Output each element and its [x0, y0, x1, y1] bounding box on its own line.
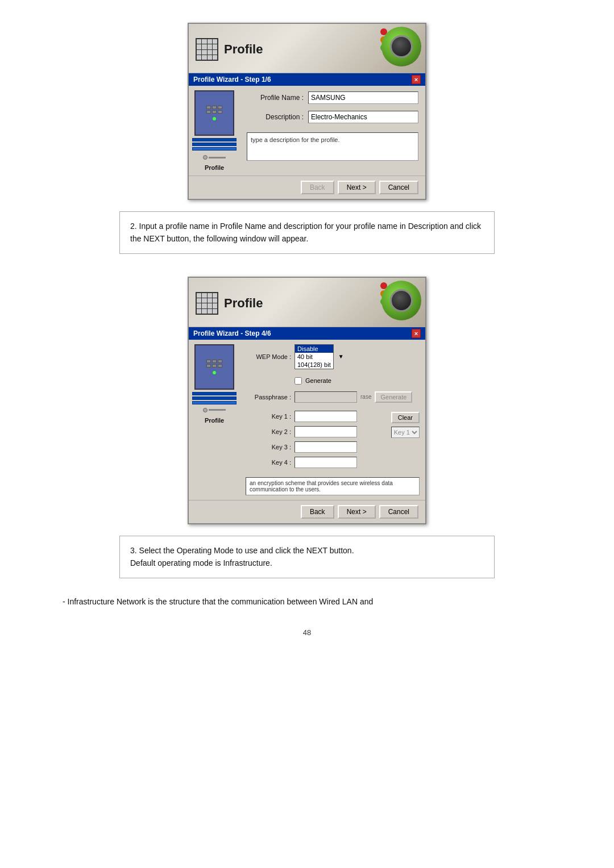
profile-title-1: Profile: [224, 42, 263, 57]
key3-label: Key 3 :: [246, 444, 291, 450]
passphrase-row: Passphrase : rase Generate: [246, 391, 420, 403]
sidebar-nav: [192, 138, 237, 151]
wizard-body-2: Profile WEP Mode : Disable 40 bit 104(12…: [189, 340, 425, 500]
hardware-icon: [194, 90, 234, 136]
key3-input[interactable]: [294, 441, 357, 453]
key1-row: Key 1 :: [246, 411, 389, 422]
hw-port: [218, 106, 222, 109]
dark-circle-decoration: [390, 35, 413, 58]
hw-port: [212, 360, 217, 363]
key1-input[interactable]: [294, 411, 357, 422]
key4-input[interactable]: [294, 457, 357, 468]
wizard-form-1: Profile Name : Description : type a desc…: [240, 86, 425, 176]
sidebar-label-1: Profile: [205, 164, 224, 171]
sidebar-nav-item-2: [192, 143, 237, 146]
hw-port: [218, 110, 222, 114]
profile-app-icon-2: [196, 292, 218, 315]
profile-window-2: Profile Profile Wizard - Step 4/6 ×: [188, 277, 426, 524]
connection-line: [209, 157, 226, 158]
wizard-sidebar-1: Profile: [189, 86, 240, 176]
wizard-footer-2: Back Next > Cancel: [189, 500, 425, 523]
wep-mode-dropdown-container: Disable 40 bit 104(128) bit: [294, 344, 334, 369]
key2-label: Key 2 :: [246, 428, 291, 435]
info-box-2: 3. Select the Operating Mode to use and …: [119, 536, 495, 578]
wep-hint-box: an encryption scheme that provides secur…: [246, 477, 420, 495]
header-left-2: Profile: [196, 292, 263, 315]
hw-light-2: [213, 371, 216, 374]
description-row: Description :: [247, 111, 418, 123]
sidebar-nav-item-1: [192, 138, 237, 141]
wep-option-104bit[interactable]: 104(128) bit: [295, 361, 333, 369]
wizard-footer-1: Back Next > Cancel: [189, 176, 425, 199]
connection-dot: [203, 155, 208, 160]
back-button-1[interactable]: Back: [301, 181, 334, 194]
hw-port: [212, 106, 217, 109]
hw-port: [212, 110, 217, 114]
generate-button[interactable]: Generate: [375, 391, 412, 403]
cancel-button-2[interactable]: Cancel: [379, 505, 418, 519]
wizard-close-button-1[interactable]: ×: [412, 75, 421, 84]
passphrase-input[interactable]: [294, 391, 357, 403]
back-button-2[interactable]: Back: [301, 505, 334, 519]
sidebar-nav-item-3: [192, 147, 237, 151]
description-input[interactable]: [308, 111, 418, 123]
info-box-1: 2. Input a profile name in Profile Name …: [119, 211, 495, 254]
green-circle-decoration: [381, 27, 421, 66]
wizard-titlebar-1: Profile Wizard - Step 1/6 ×: [189, 73, 425, 86]
wizard-form-2: WEP Mode : Disable 40 bit 104(128) bit ▼: [240, 340, 425, 500]
header-left: Profile: [196, 38, 263, 61]
hw-port: [212, 364, 217, 368]
profile-window-1: Profile Profile Wizard - Step 1/6 ×: [188, 23, 426, 200]
sidebar-nav-item-2-3: [192, 401, 237, 404]
sidebar-nav-item-2-2: [192, 397, 237, 400]
wep-mode-dropdown[interactable]: Disable 40 bit 104(128) bit: [294, 344, 334, 369]
bottom-paragraph: - Infrastructure Network is the structur…: [63, 595, 551, 608]
header-decoration: [373, 30, 418, 69]
profile-name-row: Profile Name :: [247, 91, 418, 104]
description-label: Description :: [247, 113, 304, 121]
generate-checkbox[interactable]: [294, 377, 302, 385]
sidebar-nav-2: [192, 392, 237, 404]
generate-row: Generate: [246, 377, 420, 385]
info-text-1: 2. Input a profile name in Profile Name …: [130, 222, 481, 243]
hw-port: [218, 360, 222, 363]
hw-port: [206, 360, 211, 363]
wizard-close-button-2[interactable]: ×: [412, 329, 421, 338]
connection-line-2: [209, 409, 226, 411]
wep-mode-label: WEP Mode :: [246, 353, 291, 360]
key4-label: Key 4 :: [246, 459, 291, 466]
dark-circle-decoration-2: [390, 289, 413, 312]
passphrase-label: Passphrase :: [246, 394, 291, 400]
connection-dot-2: [203, 408, 208, 412]
generate-checkbox-label: Generate: [305, 377, 331, 384]
cancel-button-1[interactable]: Cancel: [379, 181, 418, 194]
dropdown-arrow-icon: ▼: [338, 353, 344, 360]
wizard-titlebar-2: Profile Wizard - Step 4/6 ×: [189, 327, 425, 340]
next-button-2[interactable]: Next >: [338, 505, 376, 519]
info-text-2b: Default operating mode is Infrastructure…: [130, 557, 484, 569]
wep-option-disable[interactable]: Disable: [295, 345, 333, 353]
wizard-title-1: Profile Wizard - Step 1/6: [193, 76, 271, 84]
passphrase-hint: rase: [360, 394, 371, 400]
profile-name-label: Profile Name :: [247, 94, 304, 102]
key-select[interactable]: Key 1: [391, 427, 420, 438]
key2-input[interactable]: [294, 426, 357, 437]
wizard-sidebar-2: Profile: [189, 340, 240, 500]
profile-header-2: Profile: [189, 278, 425, 327]
info-text-2a: 3. Select the Operating Mode to use and …: [130, 544, 484, 557]
hardware-icon-2: [194, 344, 234, 390]
clear-button[interactable]: Clear: [391, 412, 420, 423]
key1-label: Key 1 :: [246, 413, 291, 420]
hw-port: [218, 364, 222, 368]
hint-box-1: type a description for the profile.: [247, 132, 418, 161]
sidebar-label-2: Profile: [205, 417, 224, 424]
profile-name-input[interactable]: [308, 91, 418, 104]
wizard-title-2: Profile Wizard - Step 4/6: [193, 329, 271, 337]
wep-option-40bit[interactable]: 40 bit: [295, 353, 333, 361]
sidebar-nav-item-2-1: [192, 392, 237, 395]
header-decoration-2: [373, 283, 418, 323]
profile-app-icon: [196, 38, 218, 61]
profile-header-1: Profile: [189, 24, 425, 73]
key3-row: Key 3 :: [246, 441, 389, 453]
next-button-1[interactable]: Next >: [338, 181, 376, 194]
